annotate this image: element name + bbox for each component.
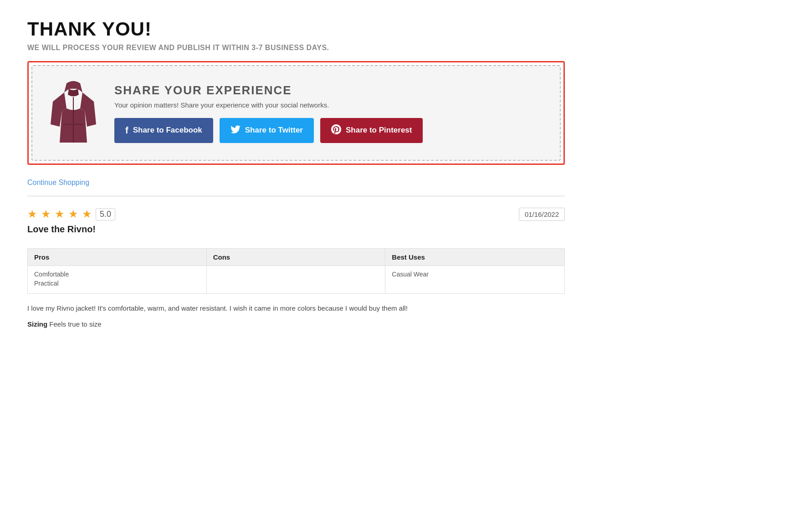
- pinterest-button-label: Share to Pinterest: [346, 126, 412, 135]
- pros-content: Comfortable Practical: [28, 266, 206, 293]
- continue-shopping-link[interactable]: Continue Shopping: [27, 179, 89, 187]
- pinterest-icon: [331, 124, 341, 137]
- star-5: ★: [82, 208, 92, 220]
- sizing-label: Sizing: [27, 320, 47, 328]
- facebook-icon: f: [125, 125, 128, 136]
- review-title: Love the Rivno!: [27, 224, 115, 235]
- review-body: I love my Rivno jacket! It's comfortable…: [27, 303, 437, 314]
- best-uses-content: Casual Wear: [385, 266, 564, 293]
- pros-column: Pros Comfortable Practical: [28, 249, 207, 293]
- best-uses-item-1: Casual Wear: [392, 271, 558, 278]
- star-3: ★: [55, 208, 65, 220]
- rating-stars-row: ★ ★ ★ ★ ★ 5.0: [27, 208, 115, 220]
- star-2: ★: [41, 208, 51, 220]
- pros-item-2: Practical: [34, 280, 200, 287]
- pinterest-share-button[interactable]: Share to Pinterest: [320, 118, 423, 143]
- cons-column: Cons: [207, 249, 386, 293]
- facebook-button-label: Share to Facebook: [133, 126, 202, 135]
- cons-header: Cons: [207, 249, 385, 266]
- facebook-share-button[interactable]: f Share to Facebook: [114, 118, 213, 143]
- best-uses-column: Best Uses Casual Wear: [385, 249, 564, 293]
- twitter-share-button[interactable]: Share to Twitter: [220, 118, 314, 143]
- cons-content: [207, 266, 385, 293]
- section-divider: [27, 196, 565, 196]
- star-4: ★: [68, 208, 78, 220]
- rating-number: 5.0: [96, 208, 115, 220]
- review-date: 01/16/2022: [519, 208, 565, 221]
- star-1: ★: [27, 208, 37, 220]
- share-experience-card: SHARE YOUR EXPERIENCE Your opinion matte…: [27, 61, 565, 165]
- pros-item-1: Comfortable: [34, 271, 200, 278]
- share-heading: SHARE YOUR EXPERIENCE: [114, 83, 546, 97]
- product-image: [46, 79, 101, 147]
- share-buttons: f Share to Facebook Share to Twitter: [114, 118, 546, 143]
- share-description: Your opinion matters! Share your experie…: [114, 101, 546, 109]
- review-attributes-table: Pros Comfortable Practical Cons Best Use…: [27, 248, 565, 294]
- share-content: SHARE YOUR EXPERIENCE Your opinion matte…: [114, 83, 546, 143]
- twitter-button-label: Share to Twitter: [245, 126, 303, 135]
- twitter-icon: [230, 125, 241, 136]
- sizing-row: Sizing Feels true to size: [27, 320, 565, 328]
- thank-you-subtitle: WE WILL PROCESS YOUR REVIEW AND PUBLISH …: [27, 44, 565, 52]
- thank-you-title: THANK YOU!: [27, 18, 565, 40]
- pros-header: Pros: [28, 249, 206, 266]
- best-uses-header: Best Uses: [385, 249, 564, 266]
- sizing-value-text: Feels true to size: [49, 320, 101, 328]
- review-header: ★ ★ ★ ★ ★ 5.0 Love the Rivno! 01/16/2022: [27, 208, 565, 243]
